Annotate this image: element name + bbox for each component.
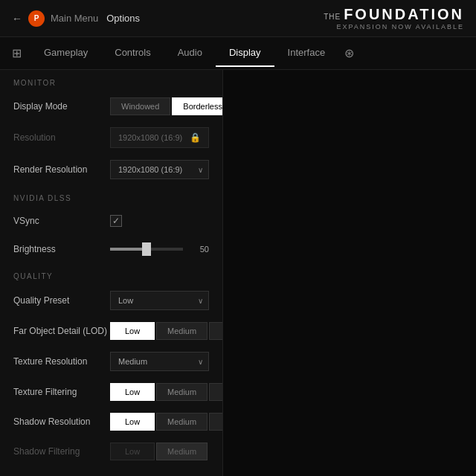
quality-preset-label: Quality Preset — [13, 295, 110, 306]
section-quality-header: QUALITY — [0, 263, 222, 285]
brightness-control: 50 — [110, 245, 209, 254]
resolution-label: Resolution — [13, 132, 110, 143]
content-area: MONITOR Display Mode Windowed Borderless… — [0, 70, 476, 476]
the-label: THE — [324, 13, 341, 21]
far-object-detail-btngroup: Low Medium High — [110, 322, 223, 340]
top-bar: ← P Main Menu Options THE FOUNDATION EXP… — [0, 0, 476, 37]
resolution-control: 1920x1080 (16:9) 🔒 — [110, 127, 209, 148]
tab-interface[interactable]: Interface — [274, 39, 339, 67]
display-mode-control: Windowed Borderless Fullscreen — [110, 97, 223, 115]
vsync-label: VSync — [13, 216, 110, 226]
top-bar-right: THE FOUNDATION EXPANSION NOW AVAILABLE — [324, 6, 464, 30]
far-object-detail-control: Low Medium High — [110, 322, 223, 340]
shadow-resolution-control: Low Medium High — [110, 413, 223, 431]
texture-filtering-control: Low Medium High — [110, 383, 223, 401]
breadcrumb-current: Options — [106, 13, 140, 24]
btn-lod-low[interactable]: Low — [110, 322, 155, 340]
setting-texture-resolution: Texture Resolution Low Medium High — [0, 346, 222, 377]
shadow-filtering-btngroup: Low Medium — [110, 443, 208, 460]
far-object-detail-label: Far Object Detail (LOD) — [13, 326, 110, 336]
texture-resolution-control: Low Medium High — [110, 352, 209, 371]
quality-preset-control: Low Medium High Ultra Custom — [110, 291, 209, 310]
settings-panel: MONITOR Display Mode Windowed Borderless… — [0, 70, 223, 476]
vsync-control: ✓ — [110, 215, 209, 227]
texture-resolution-label: Texture Resolution — [13, 356, 110, 367]
breadcrumb: Main Menu Options — [51, 13, 140, 24]
texture-resolution-select[interactable]: Low Medium High — [110, 352, 209, 371]
quality-preset-select[interactable]: Low Medium High Ultra Custom — [110, 291, 209, 310]
setting-texture-filtering: Texture Filtering Low Medium High — [0, 377, 222, 407]
brightness-value: 50 — [190, 245, 209, 254]
btn-sr-high[interactable]: High — [209, 413, 223, 431]
setting-far-object-detail: Far Object Detail (LOD) Low Medium High — [0, 316, 222, 346]
setting-resolution: Resolution 1920x1080 (16:9) 🔒 — [0, 121, 222, 154]
brightness-slider-track[interactable] — [110, 248, 183, 251]
section-dlss-header: NVIDIA DLSS — [0, 185, 222, 207]
section-monitor-header: MONITOR — [0, 70, 222, 91]
content-right — [223, 70, 476, 476]
app-logo: P — [28, 10, 45, 27]
lock-icon: 🔒 — [190, 132, 201, 143]
render-resolution-label: Render Resolution — [13, 164, 110, 175]
tab-controls[interactable]: Controls — [101, 39, 164, 67]
btn-sr-medium[interactable]: Medium — [156, 413, 208, 431]
btn-tf-high[interactable]: High — [209, 383, 223, 401]
brightness-slider-wrapper: 50 — [110, 245, 209, 254]
shadow-resolution-btngroup: Low Medium High — [110, 413, 223, 431]
setting-display-mode: Display Mode Windowed Borderless Fullscr… — [0, 91, 222, 121]
breadcrumb-separator — [101, 13, 104, 24]
render-resolution-control: 1920x1080 (16:9) 2560x1440 (16:9) 3840x2… — [110, 160, 209, 179]
brightness-label: Brightness — [13, 244, 110, 254]
display-mode-label: Display Mode — [13, 101, 110, 112]
shadow-resolution-label: Shadow Resolution — [13, 416, 110, 427]
setting-brightness: Brightness 50 — [0, 235, 222, 263]
render-resolution-select[interactable]: 1920x1080 (16:9) 2560x1440 (16:9) 3840x2… — [110, 160, 209, 179]
top-bar-left: ← P Main Menu Options — [12, 10, 140, 27]
brightness-slider-thumb[interactable] — [142, 242, 151, 256]
btn-lod-medium[interactable]: Medium — [156, 322, 208, 340]
render-resolution-select-wrapper: 1920x1080 (16:9) 2560x1440 (16:9) 3840x2… — [110, 160, 209, 179]
brightness-slider-fill — [110, 248, 147, 251]
btn-sf-low: Low — [110, 443, 155, 460]
vsync-checkbox[interactable]: ✓ — [110, 215, 122, 227]
setting-quality-preset: Quality Preset Low Medium High Ultra Cus… — [0, 285, 222, 316]
quality-preset-select-wrapper: Low Medium High Ultra Custom — [110, 291, 209, 310]
btn-tf-low[interactable]: Low — [110, 383, 155, 401]
shadow-filtering-label: Shadow Filtering — [13, 446, 110, 457]
setting-shadow-filtering: Shadow Filtering Low Medium — [0, 437, 222, 466]
setting-shadow-resolution: Shadow Resolution Low Medium High — [0, 407, 222, 437]
tab-display[interactable]: Display — [216, 39, 274, 67]
tab-gameplay[interactable]: Gameplay — [30, 39, 101, 67]
texture-filtering-label: Texture Filtering — [13, 387, 110, 397]
back-button[interactable]: ← — [12, 13, 22, 25]
breadcrumb-parent[interactable]: Main Menu — [51, 13, 98, 24]
resolution-value: 1920x1080 (16:9) — [118, 133, 182, 142]
foundation-title: THE FOUNDATION — [324, 6, 464, 23]
texture-filtering-btngroup: Low Medium High — [110, 383, 223, 401]
tab-audio[interactable]: Audio — [164, 39, 216, 67]
btn-windowed[interactable]: Windowed — [110, 97, 170, 115]
setting-render-resolution: Render Resolution 1920x1080 (16:9) 2560x… — [0, 154, 222, 185]
tab-extra-icon[interactable]: ⊛ — [338, 39, 360, 68]
btn-sf-medium: Medium — [156, 443, 208, 460]
nav-tabs: ⊞ Gameplay Controls Audio Display Interf… — [0, 37, 476, 70]
btn-sr-low[interactable]: Low — [110, 413, 155, 431]
texture-resolution-select-wrapper: Low Medium High — [110, 352, 209, 371]
btn-tf-medium[interactable]: Medium — [156, 383, 208, 401]
expansion-label: EXPANSION NOW AVAILABLE — [324, 23, 464, 30]
btn-borderless[interactable]: Borderless — [172, 97, 223, 115]
btn-lod-high[interactable]: High — [209, 322, 223, 340]
shadow-filtering-control: Low Medium — [110, 443, 209, 460]
resolution-display: 1920x1080 (16:9) 🔒 — [110, 127, 209, 148]
setting-vsync: VSync ✓ — [0, 207, 222, 235]
foundation-label: FOUNDATION — [344, 6, 464, 23]
nav-icon: ⊞ — [12, 46, 22, 60]
display-mode-btngroup: Windowed Borderless Fullscreen — [110, 97, 223, 115]
